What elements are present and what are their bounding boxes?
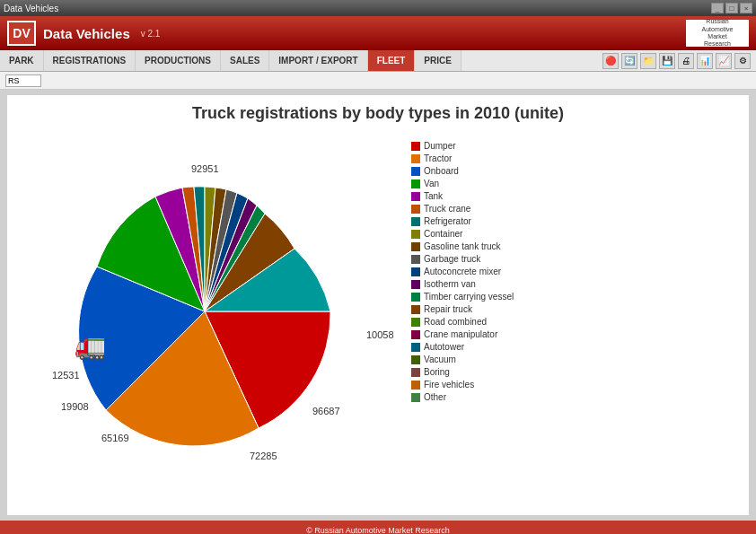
menu-price[interactable]: PRICE — [415, 50, 462, 71]
legend-color-box — [411, 230, 420, 239]
header-right: RussianAutomotiveMarketResearch — [686, 20, 749, 47]
legend-label: Road combined — [424, 317, 487, 327]
value-label-6: 12531 — [52, 370, 80, 381]
legend-item: Gasoline tank truck — [411, 241, 514, 251]
footer-text: © Russian Automotive Market Research — [306, 526, 450, 534]
legend-label: Garbage truck — [424, 254, 480, 264]
toolbar-btn-2[interactable]: 🔄 — [621, 53, 637, 69]
figure-icon: 🚛 — [75, 331, 106, 361]
legend-color-box — [411, 267, 420, 276]
toolbar-btn-5[interactable]: 🖨 — [678, 53, 694, 69]
menu-sales[interactable]: SALES — [221, 50, 269, 71]
value-label-5: 19908 — [61, 401, 89, 412]
legend-item: Other — [411, 392, 514, 402]
menu-bar: PARK REGISTRATIONS PRODUCTIONS SALES IMP… — [0, 50, 756, 72]
logo-text: DV — [13, 26, 30, 40]
brand-text: RussianAutomotiveMarketResearch — [701, 18, 733, 48]
legend-item: Autotower — [411, 342, 514, 352]
app-version: v 2.1 — [141, 29, 161, 39]
menu-productions[interactable]: PRODUCTIONS — [136, 50, 221, 71]
legend-color-box — [411, 343, 420, 352]
legend-label: Isotherm van — [424, 279, 476, 289]
value-label-2: 96687 — [312, 406, 340, 416]
legend-label: Timber carrying vessel — [424, 292, 514, 302]
legend-item: Boring — [411, 367, 514, 377]
legend-label: Gasoline tank truck — [424, 241, 501, 251]
legend-color-box — [411, 393, 420, 402]
legend-label: Vacuum — [424, 355, 456, 364]
legend-color-box — [411, 305, 420, 314]
value-label-3: 72285 — [250, 451, 277, 461]
legend-label: Tractor — [424, 153, 452, 163]
legend-item: Dumper — [411, 141, 514, 151]
legend-item: Garbage truck — [411, 254, 514, 264]
toolbar-btn-7[interactable]: 📈 — [716, 53, 732, 69]
title-bar: Data Vehicles _ □ × — [0, 0, 756, 16]
legend-color-box — [411, 293, 420, 302]
legend-color-box — [411, 368, 420, 377]
legend-item: Refrigerator — [411, 216, 514, 226]
menu-park[interactable]: PARK — [0, 50, 44, 71]
maximize-button[interactable]: □ — [725, 3, 738, 13]
legend-color-box — [411, 330, 420, 339]
menu-registrations[interactable]: REGISTRATIONS — [44, 50, 136, 71]
legend-color-box — [411, 280, 420, 289]
legend-item: Vacuum — [411, 355, 514, 364]
toolbar-btn-8[interactable]: ⚙ — [734, 53, 751, 69]
legend-label: Autoconcrete mixer — [424, 267, 501, 276]
legend-label: Refrigerator — [424, 216, 471, 226]
legend: DumperTractorOnboardVanTankTruck craneRe… — [411, 132, 514, 402]
toolbar-btn-6[interactable]: 📊 — [697, 53, 713, 69]
legend-item: Fire vehicles — [411, 380, 514, 390]
legend-label: Truck crane — [424, 204, 470, 214]
legend-label: Tank — [424, 191, 443, 201]
toolbar-btn-4[interactable]: 💾 — [659, 53, 675, 69]
app-logo: DV — [7, 21, 36, 46]
sub-input[interactable] — [5, 74, 41, 87]
legend-color-box — [411, 205, 420, 214]
toolbar-btn-3[interactable]: 📁 — [640, 53, 656, 69]
legend-color-box — [411, 167, 420, 176]
legend-color-box — [411, 192, 420, 201]
toolbar-btn-1[interactable]: 🔴 — [602, 53, 619, 69]
legend-item: Timber carrying vessel — [411, 292, 514, 302]
legend-item: Isotherm van — [411, 279, 514, 289]
legend-color-box — [411, 179, 420, 188]
legend-label: Crane manipulator — [424, 329, 497, 339]
value-label-1: 100580 — [366, 329, 393, 340]
close-button[interactable]: × — [740, 3, 752, 13]
brand-box: RussianAutomotiveMarketResearch — [686, 20, 749, 47]
menu-fleet[interactable]: FLEET — [368, 50, 416, 71]
legend-item: Truck crane — [411, 204, 514, 214]
legend-item: Crane manipulator — [411, 329, 514, 339]
pie-chart: 100580 96687 72285 65169 19908 12531 929… — [16, 132, 393, 473]
title-bar-text: Data Vehicles — [4, 4, 58, 13]
legend-label: Other — [424, 392, 446, 402]
legend-item: Road combined — [411, 317, 514, 327]
legend-label: Van — [424, 179, 439, 188]
legend-item: Van — [411, 179, 514, 188]
legend-color-box — [411, 355, 420, 364]
legend-item: Tank — [411, 191, 514, 201]
legend-color-box — [411, 154, 420, 163]
legend-color-box — [411, 142, 420, 151]
toolbar-right: 🔴 🔄 📁 💾 🖨 📊 📈 ⚙ — [597, 50, 756, 71]
pie-container: 100580 96687 72285 65169 19908 12531 929… — [16, 132, 393, 473]
legend-item: Container — [411, 229, 514, 239]
legend-item: Autoconcrete mixer — [411, 267, 514, 276]
legend-color-box — [411, 318, 420, 327]
chart-area: 100580 96687 72285 65169 19908 12531 929… — [16, 132, 740, 509]
legend-color-box — [411, 381, 420, 390]
menu-import-export[interactable]: IMPORT / EXPORT — [269, 50, 367, 71]
legend-item: Onboard — [411, 166, 514, 176]
legend-label: Autotower — [424, 342, 464, 352]
app-title: Data Vehicles — [43, 26, 130, 41]
app-header: DV Data Vehicles v 2.1 RussianAutomotive… — [0, 16, 756, 50]
minimize-button[interactable]: _ — [711, 3, 724, 13]
legend-label: Dumper — [424, 141, 456, 151]
legend-color-box — [411, 217, 420, 226]
legend-item: Repair truck — [411, 304, 514, 314]
legend-label: Repair truck — [424, 304, 472, 314]
sub-toolbar — [0, 72, 756, 90]
title-bar-controls: _ □ × — [711, 3, 752, 13]
